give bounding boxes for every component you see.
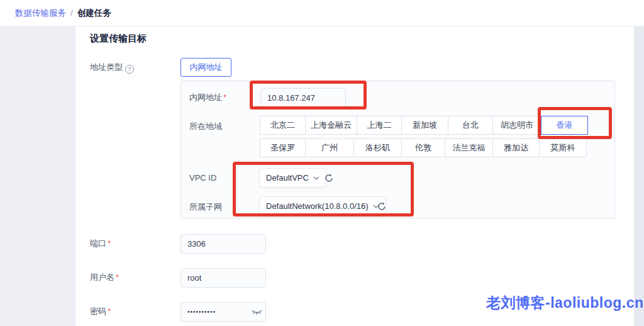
internal-address-label: 内网地址* xyxy=(189,92,226,103)
address-type-label: 地址类型? xyxy=(90,62,134,74)
internal-address-panel: 内网地址* 所在地域 北京二上海金融云上海二新加坡台北胡志明市香港 圣保罗广州洛… xyxy=(180,81,615,218)
page-title: 设置传输目标 xyxy=(90,33,147,45)
address-type-internal-button[interactable]: 内网地址 xyxy=(180,58,231,77)
watermark: 老刘博客-laoliublog.cn xyxy=(486,293,644,313)
internal-address-input[interactable] xyxy=(260,88,346,107)
subnet-label: 所属子网 xyxy=(189,201,222,213)
vpc-refresh-icon[interactable] xyxy=(324,173,334,183)
required-mark: * xyxy=(116,273,119,282)
region-option-上海二[interactable]: 上海二 xyxy=(357,116,402,135)
region-option-圣保罗[interactable]: 圣保罗 xyxy=(260,138,306,157)
workspace: 设置传输目标 地址类型? 内网地址 内网地址* 所在地域 北京二上海金融云上海二… xyxy=(0,26,644,326)
username-input[interactable] xyxy=(180,268,266,288)
region-label: 所在地域 xyxy=(189,121,222,132)
region-option-雅加达[interactable]: 雅加达 xyxy=(492,138,540,157)
region-option-伦敦[interactable]: 伦敦 xyxy=(401,138,445,157)
required-mark: * xyxy=(108,306,111,316)
scrollbar-track[interactable] xyxy=(634,26,644,326)
screen: 数据传输服务 / 创建任务 设置传输目标 地址类型? 内网地址 内网地址* 所在… xyxy=(0,0,644,326)
required-mark: * xyxy=(223,93,226,102)
region-option-香港[interactable]: 香港 xyxy=(541,116,588,135)
username-label: 用户名* xyxy=(90,272,119,283)
required-mark: * xyxy=(108,239,111,248)
vpc-select[interactable]: DefaultVPC xyxy=(259,168,326,188)
subnet-refresh-icon[interactable] xyxy=(377,201,387,211)
region-option-广州[interactable]: 广州 xyxy=(305,138,354,157)
region-row-2: 圣保罗广州洛杉矶伦敦法兰克福雅加达莫斯科 xyxy=(260,138,587,157)
region-option-新加坡[interactable]: 新加坡 xyxy=(401,116,448,135)
port-label: 端口* xyxy=(90,238,111,249)
region-row-1: 北京二上海金融云上海二新加坡台北胡志明市香港 xyxy=(260,116,588,135)
vpc-selected-value: DefaultVPC xyxy=(266,173,309,183)
topbar: 数据传输服务 / 创建任务 xyxy=(0,0,644,26)
region-option-胡志明市[interactable]: 胡志明市 xyxy=(492,116,541,135)
password-label: 密码* xyxy=(90,306,111,317)
region-option-北京二[interactable]: 北京二 xyxy=(260,116,306,135)
region-option-台北[interactable]: 台北 xyxy=(448,116,493,135)
subnet-selected-value: DefaultNetwork(10.8.0.0/16) xyxy=(266,201,369,211)
chevron-down-icon xyxy=(313,176,319,180)
eye-closed-icon[interactable] xyxy=(252,309,262,315)
breadcrumb-current: 创建任务 xyxy=(77,8,111,19)
vpc-label: VPC ID xyxy=(189,173,216,183)
breadcrumb-service-link[interactable]: 数据传输服务 xyxy=(15,8,66,19)
breadcrumb: 数据传输服务 / 创建任务 xyxy=(15,8,111,19)
region-option-莫斯科[interactable]: 莫斯科 xyxy=(539,138,587,157)
region-option-洛杉矶[interactable]: 洛杉矶 xyxy=(353,138,402,157)
port-input[interactable] xyxy=(180,234,266,254)
breadcrumb-separator: / xyxy=(70,8,73,18)
subnet-select[interactable]: DefaultNetwork(10.8.0.0/16) xyxy=(259,196,386,216)
form-card: 设置传输目标 地址类型? 内网地址 内网地址* 所在地域 北京二上海金融云上海二… xyxy=(75,26,634,326)
region-option-法兰克福[interactable]: 法兰克福 xyxy=(445,138,493,157)
region-option-上海金融云[interactable]: 上海金融云 xyxy=(305,116,357,135)
help-icon[interactable]: ? xyxy=(125,65,134,74)
